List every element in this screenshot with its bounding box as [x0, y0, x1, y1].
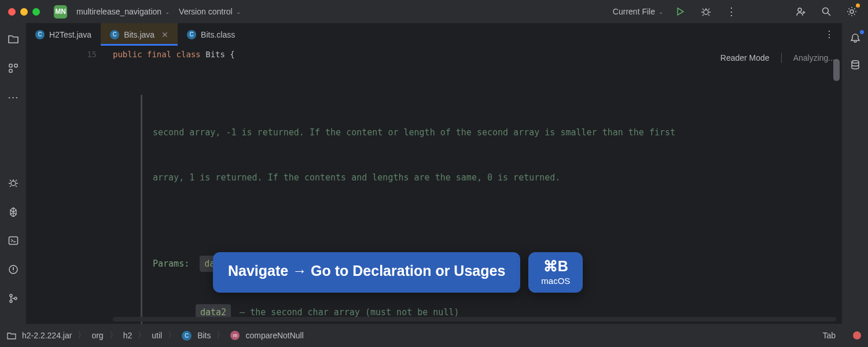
tab-label: Bits.java	[124, 30, 155, 39]
settings-button[interactable]	[844, 3, 860, 20]
svg-rect-4	[9, 64, 12, 67]
tab-overflow-button[interactable]: ⋮	[816, 23, 842, 46]
svg-rect-6	[9, 69, 12, 72]
breadcrumb-separator: 〉	[78, 330, 86, 341]
svg-point-12	[14, 297, 17, 300]
editor-tabs: C H2Test.java C Bits.java ✕ C Bits.class…	[26, 23, 842, 46]
svg-point-10	[10, 294, 12, 297]
breadcrumb-folder-icon	[7, 332, 16, 339]
notification-badge	[860, 30, 864, 34]
svg-point-1	[798, 8, 801, 12]
hint-action-text: Navigate → Go to Declaration or Usages	[213, 252, 520, 293]
vcs-tool-icon[interactable]	[5, 290, 21, 307]
notifications-icon[interactable]	[847, 30, 863, 46]
svg-point-0	[704, 10, 708, 14]
update-badge	[856, 3, 860, 8]
minimize-window-button[interactable]	[20, 8, 28, 16]
hint-key: ⌘B	[543, 258, 568, 275]
horizontal-scrollbar[interactable]	[113, 317, 836, 322]
vcs-dropdown[interactable]: Version control ⌄	[179, 7, 241, 16]
close-tab-icon[interactable]: ✕	[161, 30, 168, 39]
tab-bits-java[interactable]: C Bits.java ✕	[101, 23, 178, 46]
breadcrumb-separator: 〉	[109, 330, 117, 341]
problems-tool-icon[interactable]	[5, 261, 21, 278]
project-dropdown[interactable]: multirelease_navigation ⌄	[76, 7, 170, 16]
java-class-icon: C	[187, 30, 196, 39]
tab-bits-class[interactable]: C Bits.class	[178, 23, 244, 46]
line-number[interactable]: 15	[26, 46, 113, 62]
run-config-label: Current File	[613, 7, 655, 16]
close-window-button[interactable]	[8, 8, 16, 16]
tab-h2test[interactable]: C H2Test.java	[26, 23, 101, 46]
java-class-icon: C	[110, 30, 119, 39]
database-tool-icon[interactable]	[847, 57, 863, 73]
project-badge: MN	[54, 5, 67, 19]
breadcrumb-item[interactable]: h2	[123, 331, 133, 340]
svg-point-11	[10, 300, 12, 302]
more-actions-button[interactable]: ⋮	[723, 3, 740, 20]
javadoc-param-desc: – the second char array (must not be nul…	[234, 307, 459, 318]
chevron-down-icon: ⌄	[236, 9, 241, 15]
hint-shortcut: ⌘B macOS	[528, 252, 583, 293]
breadcrumb-separator: 〉	[216, 330, 225, 341]
analyzing-status: Analyzing...	[793, 53, 835, 62]
javadoc-text: array, 1 is returned. If the contents an…	[153, 170, 842, 185]
breadcrumb-item[interactable]: Bits	[197, 331, 211, 340]
window-controls	[8, 8, 40, 16]
right-tool-rail	[842, 23, 868, 324]
java-class-icon: C	[182, 331, 192, 341]
more-tools-icon[interactable]: ⋯	[5, 89, 21, 105]
run-config-dropdown[interactable]: Current File ⌄	[613, 7, 663, 16]
svg-rect-5	[14, 64, 17, 67]
maximize-window-button[interactable]	[32, 8, 40, 16]
breadcrumb-item[interactable]: org	[91, 331, 103, 340]
left-tool-rail: ⋯	[0, 23, 26, 324]
hint-os: macOS	[541, 276, 570, 286]
java-class-icon: C	[35, 30, 45, 39]
chevron-down-icon: ⌄	[659, 9, 663, 15]
search-icon[interactable]	[818, 3, 834, 20]
svg-point-2	[823, 8, 829, 14]
breadcrumb-separator: 〉	[168, 330, 176, 341]
svg-point-13	[852, 61, 859, 63]
vcs-label: Version control	[179, 7, 233, 16]
project-name: multirelease_navigation	[76, 7, 161, 16]
method-icon: m	[230, 331, 240, 340]
breadcrumb-separator: 〉	[138, 330, 146, 341]
reader-mode-button[interactable]: Reader Mode	[720, 53, 770, 62]
debug-tool-icon[interactable]	[5, 175, 21, 191]
divider	[781, 53, 782, 63]
chevron-down-icon: ⌄	[165, 9, 170, 15]
structure-tool-icon[interactable]	[5, 60, 21, 76]
vertical-scrollbar[interactable]	[833, 49, 840, 318]
indent-status[interactable]: Tab	[822, 331, 836, 340]
breadcrumb-item[interactable]: compareNotNull	[245, 331, 303, 340]
action-hint-overlay: Navigate → Go to Declaration or Usages ⌘…	[213, 252, 583, 293]
tab-label: H2Test.java	[49, 30, 91, 39]
titlebar: MN multirelease_navigation ⌄ Version con…	[0, 0, 868, 23]
status-bar: h2-2.2.224.jar 〉 org 〉 h2 〉 util 〉 C Bit…	[0, 324, 868, 347]
terminal-tool-icon[interactable]	[5, 232, 21, 249]
javadoc-text: second array, -1 is returned. If the con…	[153, 125, 842, 140]
project-tool-icon[interactable]	[5, 31, 21, 47]
run-button[interactable]	[672, 3, 689, 20]
debug-button[interactable]	[698, 3, 714, 20]
breadcrumb-item[interactable]: util	[152, 331, 162, 340]
code-with-me-icon[interactable]	[793, 3, 809, 20]
editor-status-panel: Reader Mode Analyzing...	[720, 46, 835, 69]
build-tool-icon[interactable]	[5, 204, 21, 220]
svg-point-3	[850, 10, 854, 13]
error-indicator[interactable]	[853, 331, 861, 339]
svg-point-7	[11, 181, 16, 186]
javadoc-params-label: Params:	[153, 259, 189, 269]
breadcrumb-item[interactable]: h2-2.2.224.jar	[22, 331, 72, 340]
tab-label: Bits.class	[201, 30, 235, 39]
